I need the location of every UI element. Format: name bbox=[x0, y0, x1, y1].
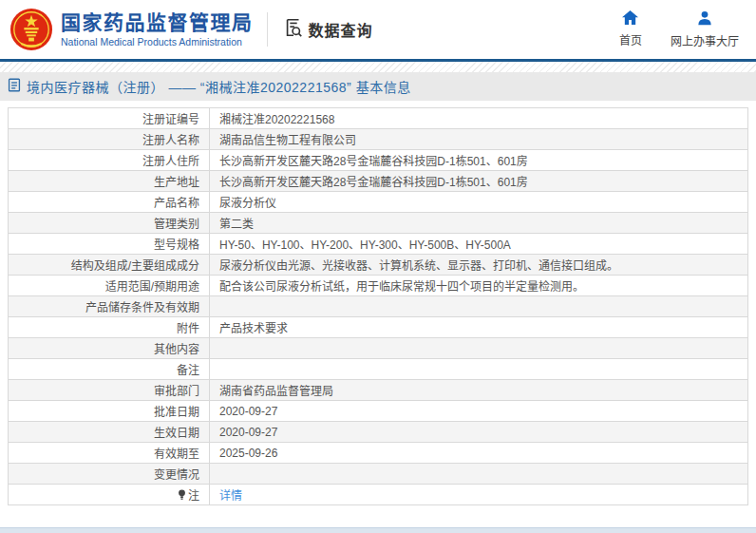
brand: 国家药品监督管理局 National Medical Products Admi… bbox=[9, 8, 254, 51]
row-value: 尿液分析仪 bbox=[210, 192, 748, 213]
row-label: 备注 bbox=[9, 359, 210, 380]
top-nav: 首页 网上办事大厅 bbox=[619, 10, 739, 48]
data-query-button[interactable]: 数据查询 bbox=[283, 17, 373, 42]
row-label: 产品储存条件及有效期 bbox=[9, 296, 210, 317]
home-icon bbox=[622, 10, 638, 29]
org-name-cn: 国家药品监督管理局 bbox=[61, 11, 254, 34]
table-row: 产品名称尿液分析仪 bbox=[9, 192, 748, 213]
row-label: 生产地址 bbox=[9, 171, 210, 192]
row-value bbox=[210, 296, 748, 317]
table-row: 结构及组成/主要组成成分尿液分析仪由光源、光接收器、计算机系统、显示器、打印机、… bbox=[9, 255, 748, 276]
page: 国家药品监督管理局 National Medical Products Admi… bbox=[0, 0, 756, 533]
row-label: 变更情况 bbox=[9, 464, 210, 485]
row-label: 结构及组成/主要组成成分 bbox=[9, 255, 210, 276]
row-value bbox=[210, 359, 748, 380]
table-row: 注册证编号湘械注准20202221568 bbox=[9, 108, 748, 129]
row-value: 湖南省药品监督管理局 bbox=[210, 380, 748, 401]
info-table-body: 注册证编号湘械注准20202221568注册人名称湖南品信生物工程有限公司注册人… bbox=[9, 108, 748, 505]
footer-band bbox=[0, 527, 756, 533]
data-query-label: 数据查询 bbox=[309, 18, 373, 41]
site-header: 国家药品监督管理局 National Medical Products Admi… bbox=[0, 0, 756, 59]
row-label: 注册人名称 bbox=[9, 129, 210, 150]
table-row: 其他内容 bbox=[9, 338, 748, 359]
nav-label-home: 首页 bbox=[619, 31, 642, 48]
row-label: 管理类别 bbox=[9, 213, 210, 234]
row-label: 批准日期 bbox=[9, 401, 210, 422]
row-value: 详情 bbox=[210, 485, 748, 505]
row-value: 配合该公司尿液分析试纸，用于临床尿常规十四个项目的半定量检测用。 bbox=[210, 276, 748, 296]
table-row: 注册人住所长沙高新开发区麓天路28号金瑞麓谷科技园D-1栋501、601房 bbox=[9, 150, 748, 171]
table-row: 管理类别第二类 bbox=[9, 213, 748, 234]
row-label: 其他内容 bbox=[9, 338, 210, 359]
table-row: 产品储存条件及有效期 bbox=[9, 296, 748, 317]
row-label: 注册人住所 bbox=[9, 150, 210, 171]
page-title-bar: 境内医疗器械（注册） —— “湘械注准20202221568” 基本信息 bbox=[0, 72, 756, 101]
nav-item-home[interactable]: 首页 bbox=[619, 10, 642, 48]
detail-link[interactable]: 详情 bbox=[219, 489, 242, 503]
row-value: 长沙高新开发区麓天路28号金瑞麓谷科技园D-1栋501、601房 bbox=[210, 150, 748, 171]
row-value: 产品技术要求 bbox=[210, 317, 748, 338]
row-label: 附件 bbox=[9, 317, 210, 338]
table-row: 审批部门湖南省药品监督管理局 bbox=[9, 380, 748, 401]
row-value: 2020-09-27 bbox=[210, 401, 748, 422]
row-value bbox=[210, 338, 748, 359]
table-row: 批准日期2020-09-27 bbox=[9, 401, 748, 422]
row-value: 长沙高新开发区麓天路28号金瑞麓谷科技园D-1栋501、601房 bbox=[210, 171, 748, 192]
info-table: 注册证编号湘械注准20202221568注册人名称湖南品信生物工程有限公司注册人… bbox=[8, 107, 748, 505]
row-value: 第二类 bbox=[210, 213, 748, 234]
national-emblem-logo bbox=[9, 8, 53, 51]
row-label: 产品名称 bbox=[9, 192, 210, 213]
nav-label-service-hall: 网上办事大厅 bbox=[671, 32, 739, 48]
row-value: HY-50、HY-100、HY-200、HY-300、HY-500B、HY-50… bbox=[210, 234, 748, 255]
row-value bbox=[210, 464, 748, 485]
content-area: 注册证编号湘械注准20202221568注册人名称湖南品信生物工程有限公司注册人… bbox=[0, 101, 756, 505]
row-label: 型号规格 bbox=[9, 234, 210, 255]
row-label: 注册证编号 bbox=[9, 108, 210, 129]
header-divider bbox=[267, 12, 268, 47]
table-row: 型号规格HY-50、HY-100、HY-200、HY-300、HY-500B、H… bbox=[9, 234, 748, 255]
row-label: 生效日期 bbox=[9, 422, 210, 443]
org-name-en: National Medical Products Administration bbox=[61, 36, 254, 48]
table-row: 有效期至2025-09-26 bbox=[9, 443, 748, 464]
table-row: 生效日期2020-09-27 bbox=[9, 422, 748, 443]
table-row: 变更情况 bbox=[9, 464, 748, 485]
document-search-icon bbox=[283, 17, 304, 42]
row-value: 湖南品信生物工程有限公司 bbox=[210, 129, 748, 150]
row-value: 湘械注准20202221568 bbox=[210, 108, 748, 129]
brand-text: 国家药品监督管理局 National Medical Products Admi… bbox=[61, 11, 254, 48]
row-label: 适用范围/预期用途 bbox=[9, 276, 210, 296]
user-icon bbox=[697, 10, 712, 29]
lightbulb-icon bbox=[178, 489, 186, 504]
hatched-band bbox=[0, 62, 756, 72]
page-title: 境内医疗器械（注册） —— “湘械注准20202221568” 基本信息 bbox=[27, 77, 411, 96]
row-label: 有效期至 bbox=[9, 443, 210, 464]
document-icon bbox=[8, 78, 21, 96]
nav-item-service-hall[interactable]: 网上办事大厅 bbox=[671, 10, 739, 48]
table-row: 注详情 bbox=[9, 485, 748, 505]
row-value: 2025-09-26 bbox=[210, 443, 748, 464]
table-row: 备注 bbox=[9, 359, 748, 380]
row-label: 注 bbox=[9, 485, 210, 505]
table-row: 生产地址长沙高新开发区麓天路28号金瑞麓谷科技园D-1栋501、601房 bbox=[9, 171, 748, 192]
table-row: 附件产品技术要求 bbox=[9, 317, 748, 338]
row-value: 2020-09-27 bbox=[210, 422, 748, 443]
row-value: 尿液分析仪由光源、光接收器、计算机系统、显示器、打印机、通信接口组成。 bbox=[210, 255, 748, 276]
row-label: 审批部门 bbox=[9, 380, 210, 401]
table-row: 注册人名称湖南品信生物工程有限公司 bbox=[9, 129, 748, 150]
table-row: 适用范围/预期用途配合该公司尿液分析试纸，用于临床尿常规十四个项目的半定量检测用… bbox=[9, 276, 748, 296]
